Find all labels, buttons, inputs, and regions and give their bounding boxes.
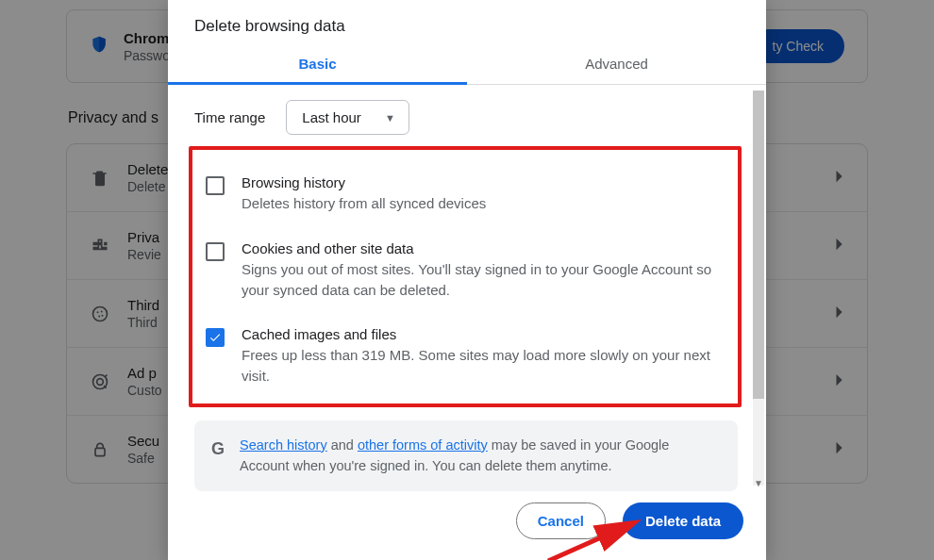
delete-browsing-data-dialog: Delete browsing data Basic Advanced Time… — [168, 0, 766, 560]
option-title: Cookies and other site data — [242, 240, 725, 256]
tab-basic[interactable]: Basic — [168, 43, 467, 84]
option-title: Cached images and files — [242, 326, 725, 342]
other-activity-link[interactable]: other forms of activity — [358, 437, 488, 453]
option-cookies[interactable]: Cookies and other site data Signs you ou… — [206, 231, 725, 318]
option-desc: Deletes history from all synced devices — [242, 193, 486, 214]
delete-data-button[interactable]: Delete data — [623, 502, 743, 539]
google-logo-icon: G — [211, 436, 225, 462]
option-title: Browsing history — [242, 174, 486, 190]
time-range-value: Last hour — [302, 109, 361, 125]
caret-down-icon: ▼ — [385, 112, 395, 124]
dialog-title: Delete browsing data — [168, 0, 766, 43]
option-desc: Signs you out of most sites. You'll stay… — [242, 259, 725, 301]
scrollbar-thumb[interactable] — [753, 91, 764, 399]
time-range-select[interactable]: Last hour ▼ — [286, 100, 409, 135]
search-history-link[interactable]: Search history — [240, 437, 327, 453]
option-cache[interactable]: Cached images and files Frees up less th… — [206, 317, 725, 392]
time-range-row: Time range Last hour ▼ — [194, 100, 738, 135]
dialog-tabs: Basic Advanced — [168, 43, 766, 85]
scroll-down-icon[interactable]: ▼ — [753, 476, 764, 489]
google-account-info: G Search history and other forms of acti… — [194, 420, 738, 491]
option-desc: Frees up less than 319 MB. Some sites ma… — [242, 345, 725, 387]
annotation-highlight: Browsing history Deletes history from al… — [189, 146, 742, 407]
checkbox-cookies[interactable] — [206, 242, 225, 261]
dialog-body: Time range Last hour ▼ Browsing history … — [168, 85, 766, 491]
option-browsing-history[interactable]: Browsing history Deletes history from al… — [206, 165, 725, 231]
dialog-footer: Cancel Delete data — [168, 491, 766, 560]
scrollbar-vertical[interactable]: ▲ ▼ — [753, 91, 764, 486]
checkbox-browsing-history[interactable] — [206, 176, 225, 195]
time-range-label: Time range — [194, 109, 265, 125]
checkbox-cache[interactable] — [206, 328, 225, 347]
tab-advanced[interactable]: Advanced — [467, 43, 766, 84]
cancel-button[interactable]: Cancel — [516, 502, 606, 539]
